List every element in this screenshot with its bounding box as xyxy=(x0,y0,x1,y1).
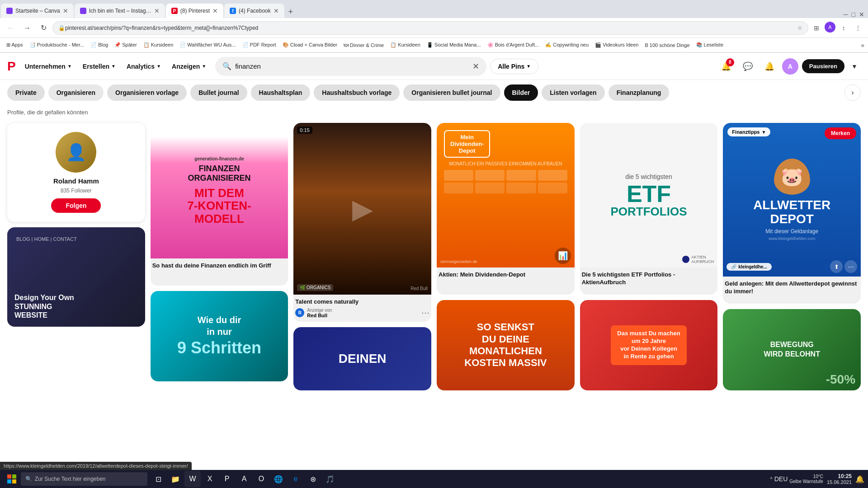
pin-rente[interactable]: Das musst Du machenum 20 Jahrevor Deinen… xyxy=(580,300,718,390)
search-input[interactable]: finanzen xyxy=(235,62,469,70)
taskbar-explorer[interactable]: 📁 xyxy=(167,471,184,487)
taskbar-access[interactable]: A xyxy=(236,471,252,487)
filter-organisieren-bullet[interactable]: Organisieren bullet journal xyxy=(403,84,500,101)
bookmark-apps[interactable]: ⊞ Apps xyxy=(4,41,26,49)
star-icon[interactable]: ☆ xyxy=(797,25,802,31)
bookmarks-more[interactable]: » xyxy=(861,42,864,49)
ad-label: Anzeige von xyxy=(307,308,332,313)
bookmark-dinner[interactable]: 🍽 Dinner & Crime xyxy=(341,42,387,49)
back-button[interactable]: ← xyxy=(4,21,18,35)
nav-analytics[interactable]: Analytics ▼ xyxy=(121,59,166,74)
activity-button[interactable]: 🔔 xyxy=(760,57,778,75)
pin-website[interactable]: BLOG | HOME | CONTACT Design Your OwnSTU… xyxy=(7,227,145,327)
tab-facebook[interactable]: f (4) Facebook ✕ xyxy=(224,4,284,18)
merken-button[interactable]: Merken xyxy=(825,127,856,139)
filter-bilder[interactable]: Bilder xyxy=(504,84,538,101)
filter-haushaltsplan[interactable]: Haushaltsplan xyxy=(251,84,311,101)
taskbar-browser[interactable]: 🌐 xyxy=(270,471,287,487)
messages-button[interactable]: 💬 xyxy=(739,57,757,75)
bookmark-wahlfaecher[interactable]: 📄 Wahlfächer WU Aus... xyxy=(177,41,238,49)
notifications-center-button[interactable]: 🔔 xyxy=(855,475,864,483)
pin-9-schritte[interactable]: Wie du dirin nur9 Schritten xyxy=(151,291,288,381)
all-pins-button[interactable]: Alle Pins ▼ xyxy=(490,59,538,74)
bookmark-spaeter[interactable]: 📌 Später xyxy=(112,41,139,49)
finanztipps-label[interactable]: Finanztipps ▼ xyxy=(727,127,770,136)
pinterest-logo[interactable]: P xyxy=(7,59,16,74)
nav-unternehmen[interactable]: Unternehmen ▼ xyxy=(19,59,77,74)
profile-button[interactable]: A xyxy=(825,22,835,33)
taskbar-edge[interactable]: e xyxy=(288,471,304,487)
address-bar[interactable]: 🔒 pinterest.at/search/pins/?q=finanzen&r… xyxy=(52,21,808,35)
pin-deinen[interactable]: DEINEN xyxy=(293,327,431,390)
taskbar-chrome[interactable]: ⊛ xyxy=(305,471,321,487)
filter-organisieren[interactable]: Organisieren xyxy=(48,84,104,101)
filter-next-button[interactable]: › xyxy=(844,84,861,101)
nav-erstellen[interactable]: Erstellen ▼ xyxy=(77,59,121,74)
follow-button[interactable]: Folgen xyxy=(51,198,101,213)
pin-finanzen-organisieren[interactable]: generation-finanzen.de FINANZENORGANISIE… xyxy=(151,123,288,286)
tab-pinterest[interactable]: P (8) Pinterest ✕ xyxy=(166,4,223,18)
taskbar-excel[interactable]: X xyxy=(202,471,218,487)
search-bar[interactable]: 🔍 finanzen ✕ xyxy=(215,57,486,76)
taskbar-music[interactable]: 🎵 xyxy=(322,471,338,487)
filter-haushaltsbuch[interactable]: Haushaltsbuch vorlage xyxy=(314,84,400,101)
bookmark-cload[interactable]: 🎨 Cload + Canva Bilder xyxy=(280,41,340,49)
filter-organisieren-vorlage[interactable]: Organisieren vorlage xyxy=(107,84,187,101)
pin-bewegung[interactable]: BEWEGUNGWIRD BELOHNT -50% xyxy=(723,309,861,390)
bookmark-blog[interactable]: 📄 Blog xyxy=(88,41,111,49)
pin-talent-video[interactable]: ▶ 0:15 🌿 ORGANICS Red Bull Talent comes … xyxy=(293,123,431,322)
new-tab-button[interactable]: + xyxy=(284,5,297,18)
pin-kosten[interactable]: SO SENKSTDU DEINEMONATLICHENKOSTEN MASSI… xyxy=(437,300,575,390)
taskbar-search[interactable]: 🔍 Zur Suche Text hier eingeben xyxy=(21,472,147,486)
canva-tab-close[interactable]: ✕ xyxy=(63,7,68,14)
facebook-tab-close[interactable]: ✕ xyxy=(274,7,279,14)
bookmark-bois[interactable]: 🌸 Bois d'Argent Duft... xyxy=(485,41,542,49)
pin-etf[interactable]: die 5 wichtigsten ETF PORTFOLIOS AKTIENA… xyxy=(580,123,718,295)
filter-private[interactable]: Private xyxy=(7,84,45,101)
pin-dividenden[interactable]: MeinDividenden-Depot MONATLICH EIN PASSI… xyxy=(437,123,575,295)
bookmark-kursideen[interactable]: 📋 Kursideen xyxy=(141,41,176,49)
instagram-tab-title: Ich bin ein Text – Instagram-Bei... xyxy=(89,8,151,14)
bookmark-100[interactable]: B 100 schöne Dinge xyxy=(642,42,692,49)
instagram-tab-close[interactable]: ✕ xyxy=(154,7,160,14)
reload-button[interactable]: ↻ xyxy=(36,21,51,35)
bookmark-videokurs[interactable]: 🎬 Videokurs Ideen xyxy=(592,41,641,49)
settings-button[interactable]: ⋮ xyxy=(852,22,864,34)
tab-instagram[interactable]: Ich bin ein Text – Instagram-Bei... ✕ xyxy=(75,4,165,18)
start-button[interactable] xyxy=(4,471,20,487)
minimize-button[interactable]: ─ xyxy=(844,11,848,18)
taskbar-powerpoint[interactable]: P xyxy=(219,471,235,487)
filter-finanzplanung[interactable]: Finanzplanung xyxy=(609,84,670,101)
bookmark-leseliste[interactable]: 📚 Leseliste xyxy=(693,41,726,49)
language-indicator[interactable]: DEU xyxy=(774,475,788,483)
pin-allwetter[interactable]: Finanztipps ▼ Merken 🐷 ALLWETTERDEPOT Mi… xyxy=(723,123,861,304)
bookmark-copywriting[interactable]: ✍ Copywriting neu xyxy=(542,41,591,49)
bookmark-produktsuche[interactable]: 📑 Produktsuche - Mer... xyxy=(27,41,87,49)
forward-button[interactable]: → xyxy=(20,21,34,35)
taskbar-word[interactable]: W xyxy=(184,471,201,487)
taskbar-outlook[interactable]: O xyxy=(253,471,269,487)
bookmark-pdf[interactable]: 📄 PDF Report xyxy=(240,41,279,49)
filter-listen[interactable]: Listen vorlagen xyxy=(542,84,604,101)
tab-canva[interactable]: Startseite – Canva ✕ xyxy=(1,4,74,18)
pause-button[interactable]: Pausieren xyxy=(802,59,844,73)
bookmark-social[interactable]: 📱 Social Media Mana... xyxy=(424,41,484,49)
pinterest-tab-close[interactable]: ✕ xyxy=(212,7,218,14)
task-view-button[interactable]: ⊡ xyxy=(150,471,166,487)
nav-anzeigen[interactable]: Anzeigen ▼ xyxy=(166,59,212,74)
tray-expand[interactable]: ^ xyxy=(770,476,773,482)
notifications-bell-button[interactable]: 🔔 8 xyxy=(717,57,735,75)
extensions-button[interactable]: ⊞ xyxy=(810,22,823,34)
share-button[interactable]: ⬆ xyxy=(830,260,843,273)
account-chevron[interactable]: ▼ xyxy=(848,60,861,73)
search-clear-button[interactable]: ✕ xyxy=(472,61,479,71)
filter-bullet-journal[interactable]: Bullet journal xyxy=(190,84,247,101)
user-avatar[interactable]: A xyxy=(782,58,798,75)
maximize-button[interactable]: □ xyxy=(852,11,855,18)
more-options-button[interactable]: ⋯ xyxy=(844,260,857,273)
close-window-button[interactable]: ✕ xyxy=(859,11,864,18)
more-button[interactable]: ⋯ xyxy=(421,308,429,318)
profile-card[interactable]: 👤 Roland Hamm 835 Follower Folgen xyxy=(7,123,145,222)
bookmark-kursideen2[interactable]: 📋 Kursideen xyxy=(387,41,423,49)
sync-button[interactable]: ↕ xyxy=(837,22,850,34)
